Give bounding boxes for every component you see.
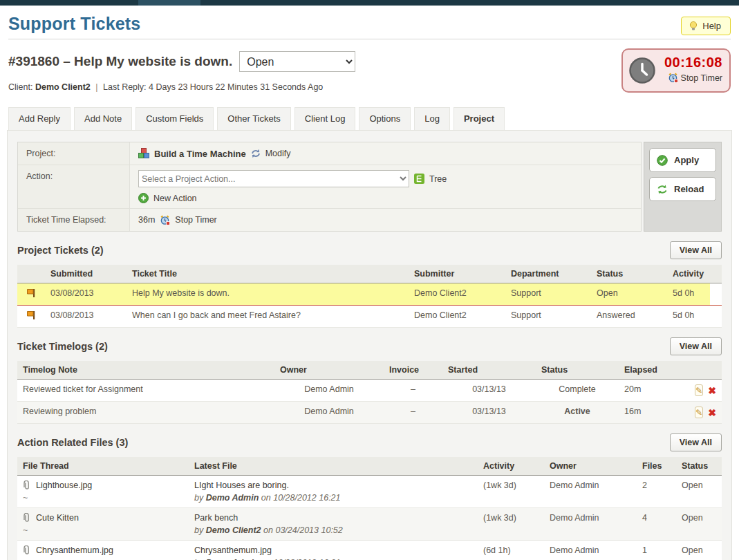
cell-status: Open (676, 476, 722, 508)
file-row[interactable]: Lighthouse.jpg ~ LIght Houses are boring… (17, 476, 722, 508)
cell-activity: 5d 0h (667, 283, 710, 306)
help-button[interactable]: Help (681, 17, 731, 35)
col-flag (17, 265, 45, 283)
latest-file-datetime: 10/28/2012 16:21 (273, 493, 340, 503)
on-label: on (263, 525, 273, 535)
cell-submitter: Demo Client2 (409, 283, 505, 306)
new-action-plus-icon (138, 193, 149, 203)
edit-timelog-icon[interactable]: ✎ (695, 384, 703, 396)
apply-button[interactable]: Apply (649, 148, 716, 172)
cell-invoice: – (384, 380, 442, 402)
project-tickets-heading: Project Tickets (2) (17, 245, 104, 256)
tab-options[interactable]: Options (359, 107, 411, 130)
edit-timelog-icon[interactable]: ✎ (695, 407, 703, 418)
tab-log[interactable]: Log (414, 107, 450, 130)
cell-note: Reviewing problem (17, 402, 274, 424)
cell-department: Support (505, 306, 591, 328)
top-chrome-bar (0, 0, 739, 6)
tree-link[interactable]: Tree (429, 174, 447, 184)
last-reply-label: Last Reply: (103, 82, 147, 92)
by-label: by (194, 493, 203, 503)
latest-file-title: LIght Houses are boring. (194, 480, 289, 490)
cell-activity: 5d 0h (667, 306, 710, 328)
timer-widget: 00:16:08 Stop Timer (621, 48, 731, 93)
col-submitted: Submitted (45, 265, 127, 283)
latest-file-author: Demo Admin (206, 493, 259, 503)
reload-label: Reload (674, 184, 704, 194)
file-thread-sub: ~ (23, 493, 183, 503)
col-started: Started (442, 361, 536, 380)
form-stop-timer-link[interactable]: Stop Timer (175, 215, 216, 225)
project-ticket-row-current[interactable]: 03/08/2013 Help My website is down. Demo… (17, 283, 722, 306)
cell-ticket-title: Help My website is down. (127, 283, 409, 306)
delete-timelog-icon[interactable]: ✖ (708, 408, 716, 418)
modify-icon (251, 149, 261, 158)
timelogs-view-all-button[interactable]: View All (670, 337, 722, 355)
project-tab-panel: Project: Build a Time Machine (7, 130, 732, 560)
cell-started: 03/13/13 (442, 402, 536, 424)
cell-invoice: – (384, 402, 442, 424)
ticket-title: #391860 – Help My website is down. (8, 54, 232, 69)
cell-files-count: 1 (637, 541, 676, 560)
reload-button[interactable]: Reload (649, 177, 716, 201)
stop-timer-label: Stop Timer (681, 73, 722, 83)
apply-label: Apply (674, 155, 699, 165)
files-view-all-button[interactable]: View All (670, 433, 722, 451)
project-name-link[interactable]: Build a Time Machine (154, 149, 246, 159)
cell-elapsed: 16m (619, 402, 691, 424)
col-status: Status (676, 457, 722, 476)
alarm-clock-icon (160, 215, 170, 225)
flag-icon (26, 288, 36, 298)
files-heading: Action Related Files (3) (17, 437, 128, 448)
timelog-row: Reviewed ticket for Assignment Demo Admi… (17, 380, 722, 402)
cell-activity: (1wk 3d) (478, 476, 544, 508)
alarm-clock-icon (668, 73, 678, 83)
on-label: on (261, 493, 271, 503)
file-row[interactable]: Cute Kitten ~ Park bench by Demo Client2… (17, 508, 722, 541)
project-tickets-view-all-button[interactable]: View All (670, 241, 722, 259)
col-department: Department (505, 265, 591, 283)
latest-file-datetime: 03/24/2013 10:52 (275, 525, 342, 535)
delete-timelog-icon[interactable]: ✖ (708, 386, 716, 395)
project-action-select[interactable]: Select a Project Action... (138, 170, 409, 187)
paperclip-icon (23, 513, 31, 523)
action-field-label: Action: (18, 165, 130, 208)
form-actions-box: Apply Reload (644, 142, 722, 232)
project-form: Project: Build a Time Machine (17, 142, 642, 232)
cell-files-count: 4 (637, 508, 676, 541)
tab-add-note[interactable]: Add Note (74, 107, 132, 130)
col-ticket-title: Ticket Title (127, 265, 409, 283)
tab-other-tickets[interactable]: Other Tickets (217, 107, 291, 130)
cell-department: Support (505, 283, 591, 306)
client-name: Demo Client2 (35, 82, 91, 92)
col-files: Files (637, 457, 676, 476)
col-activity: Activity (667, 265, 710, 283)
tab-custom-fields[interactable]: Custom Fields (135, 107, 214, 130)
page-title: Support Tickets (8, 14, 140, 33)
new-action-link[interactable]: New Action (153, 194, 197, 203)
tab-project[interactable]: Project (453, 107, 505, 130)
col-file-thread: File Thread (17, 457, 189, 476)
file-row[interactable]: Chrysanthemum.jpg ~ Chrysanthemum.jpg by… (17, 541, 722, 560)
by-label: by (194, 525, 203, 535)
time-elapsed-value: 36m (138, 215, 155, 225)
col-latest-file: Latest File (189, 457, 478, 476)
cell-status: Open (676, 508, 722, 541)
project-ticket-row[interactable]: 03/08/2013 When can I go back and meet F… (17, 306, 722, 328)
col-spacer (710, 265, 722, 283)
modify-link[interactable]: Modify (265, 149, 291, 158)
latest-file-title: Park bench (194, 513, 238, 523)
file-thread-name: Cute Kitten (36, 513, 79, 523)
col-owner: Owner (544, 457, 637, 476)
file-thread-sub: ~ (23, 525, 183, 535)
reload-arrows-icon (657, 185, 668, 194)
ticket-status-select[interactable]: Open (239, 51, 355, 72)
tab-client-log[interactable]: Client Log (294, 107, 356, 130)
tab-add-reply[interactable]: Add Reply (8, 107, 71, 130)
check-circle-icon (657, 155, 668, 166)
col-status: Status (536, 361, 619, 380)
col-activity: Activity (478, 457, 544, 476)
cell-activity: (1wk 3d) (478, 508, 544, 541)
stop-timer-button[interactable]: Stop Timer (668, 73, 722, 83)
client-label: Client: (8, 82, 32, 92)
